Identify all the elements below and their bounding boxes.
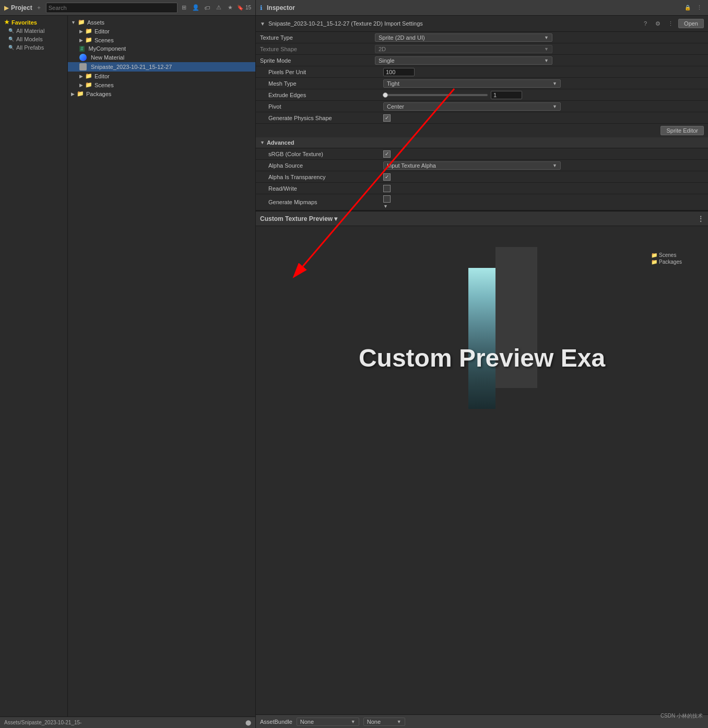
pivot-row: Pivot Center ▼	[256, 101, 708, 112]
generate-physics-label: Generate Physics Shape	[268, 115, 383, 121]
question-icon[interactable]: ?	[641, 19, 650, 28]
account-icon[interactable]: 👤	[191, 3, 200, 13]
sprite-editor-button[interactable]: Sprite Editor	[660, 126, 704, 135]
extrude-edges-row: Extrude Edges	[256, 89, 708, 101]
project-icon: ▶	[4, 4, 9, 11]
preview-area: 📁 Scenes 📁 Packages Custom Preview Exa	[256, 226, 708, 435]
status-text: Assets/Snipaste_2023-10-21_15-	[4, 720, 81, 725]
lock-icon[interactable]: 🔒	[683, 3, 692, 13]
read-write-label: Read/Write	[268, 185, 383, 192]
open-button[interactable]: Open	[678, 19, 704, 28]
texture-preview	[468, 268, 495, 409]
generate-mipmaps-checkbox[interactable]	[383, 195, 391, 203]
project-panel: ★ Favorites 🔍 All Material 🔍 All Models …	[0, 16, 256, 728]
extrude-edges-slider[interactable]	[383, 91, 704, 99]
mesh-type-label: Mesh Type	[268, 80, 383, 87]
extrude-edges-value[interactable]	[491, 91, 522, 99]
favorites-panel: ★ Favorites 🔍 All Material 🔍 All Models …	[0, 16, 68, 717]
badge-count: 15	[245, 5, 251, 10]
collapse-arrow[interactable]: ▼	[260, 21, 265, 27]
badge-icon: 🔖	[237, 5, 243, 10]
mesh-type-dropdown[interactable]: Tight ▼	[383, 79, 704, 88]
alpha-source-row: Alpha Source Input Texture Alpha ▼	[256, 160, 708, 171]
project-status-bar: Assets/Snipaste_2023-10-21_15- ⬤	[0, 717, 255, 728]
asset-bundle-label: AssetBundle	[260, 719, 292, 725]
tag-icon[interactable]: 🏷	[203, 3, 212, 13]
generate-physics-checkbox[interactable]	[383, 114, 391, 122]
tree-mycomponent[interactable]: # MyComponent	[68, 44, 255, 53]
inspector-panel: ▼ Snipaste_2023-10-21_15-12-27 (Texture …	[256, 16, 708, 728]
alpha-source-label: Alpha Source	[268, 162, 383, 169]
tree-packages[interactable]: ▶ 📁 Packages	[68, 89, 255, 98]
alert-icon[interactable]: ⚠	[214, 3, 223, 13]
fav-all-prefabs[interactable]: 🔍 All Prefabs	[0, 43, 67, 52]
project-panel-header: ▶ Project ＋ ⊞ 👤 🏷 ⚠ ★ 🔖 15	[0, 0, 256, 15]
sprite-mode-label: Sprite Mode	[260, 57, 375, 64]
alpha-transparency-checkbox[interactable]	[383, 173, 391, 181]
custom-texture-preview-header[interactable]: Custom Texture Preview ▾ ⋮	[256, 210, 708, 226]
alpha-transparency-row: Alpha Is Transparency	[256, 171, 708, 183]
pixels-per-unit-input[interactable]	[383, 68, 415, 76]
tree-editor-1[interactable]: ▶ 📁 Editor	[68, 27, 255, 36]
tree-scenes-1[interactable]: ▶ 📁 Scenes	[68, 36, 255, 44]
advanced-section-header[interactable]: ▼ Advanced	[256, 137, 708, 148]
read-write-row: Read/Write	[256, 183, 708, 194]
star-icon[interactable]: ★	[226, 3, 235, 13]
texture-type-row: Texture Type Sprite (2D and UI) ▼	[256, 32, 708, 43]
sprite-editor-container: Sprite Editor	[256, 124, 708, 137]
asset-bundle-variant-dropdown[interactable]: None ▼	[363, 718, 405, 726]
custom-texture-preview-label: Custom Texture Preview ▾	[260, 215, 338, 222]
pivot-dropdown[interactable]: Center ▼	[383, 102, 704, 111]
read-write-checkbox[interactable]	[383, 185, 391, 192]
tree-editor-2[interactable]: ▶ 📁 Editor	[68, 72, 255, 80]
fav-all-material[interactable]: 🔍 All Material	[0, 27, 67, 35]
inspector-body: Texture Type Sprite (2D and UI) ▼ Textur…	[256, 32, 708, 714]
asset-bundle-dropdown[interactable]: None ▼	[297, 718, 359, 726]
sprite-mode-dropdown[interactable]: Single ▼	[375, 56, 704, 65]
inspector-tab-label: Inspector	[265, 4, 297, 11]
texture-shape-dropdown[interactable]: 2D ▼	[375, 45, 704, 53]
inspector-title-row: ▼ Snipaste_2023-10-21_15-12-27 (Texture …	[256, 16, 708, 32]
extrude-edges-label: Extrude Edges	[268, 92, 383, 98]
fav-all-models[interactable]: 🔍 All Models	[0, 35, 67, 43]
texture-type-label: Texture Type	[260, 34, 375, 41]
custom-preview-text: Custom Preview Exa	[359, 344, 605, 372]
texture-shape-row: Texture Shape 2D ▼	[256, 43, 708, 55]
advanced-label: Advanced	[267, 139, 294, 146]
project-label: Project	[11, 4, 32, 11]
asset-title: Snipaste_2023-10-21_15-12-27 (Texture 2D…	[268, 20, 638, 27]
alpha-transparency-label: Alpha Is Transparency	[268, 174, 383, 180]
favorites-label: ★ Favorites	[0, 18, 67, 27]
texture-shape-label: Texture Shape	[260, 46, 375, 52]
srgb-checkbox[interactable]	[383, 150, 391, 158]
mini-folder-list: 📁 Scenes 📁 Packages	[651, 252, 682, 265]
generate-mipmaps-label: Generate Mipmaps	[268, 199, 383, 205]
search-input[interactable]	[46, 3, 178, 13]
pixels-per-unit-row: Pixels Per Unit	[256, 66, 708, 78]
srgb-label: sRGB (Color Texture)	[268, 151, 383, 157]
srgb-row: sRGB (Color Texture)	[256, 148, 708, 160]
info-icon: ℹ	[260, 4, 263, 11]
generate-mipmaps-row: Generate Mipmaps ▼	[256, 194, 708, 210]
grid-icon[interactable]: ⊞	[180, 3, 189, 13]
tree-snipaste[interactable]: Snipaste_2023-10-21_15-12-27	[68, 62, 255, 72]
more-icon[interactable]: ⋮	[694, 3, 704, 13]
watermark: CSDN 小林的技术	[660, 712, 703, 720]
preview-more-icon[interactable]: ⋮	[698, 215, 704, 222]
tree-new-material[interactable]: New Material	[68, 53, 255, 62]
inspector-panel-header: ℹ Inspector 🔒 ⋮	[256, 0, 708, 15]
pixels-per-unit-label: Pixels Per Unit	[268, 69, 383, 75]
assets-tree: ▼ 📁 Assets ▶ 📁 Editor ▶ 📁 Scenes # MyCom…	[68, 16, 255, 717]
generate-physics-row: Generate Physics Shape	[256, 112, 708, 124]
tree-assets-root[interactable]: ▼ 📁 Assets	[68, 18, 255, 27]
texture-type-dropdown[interactable]: Sprite (2D and UI) ▼	[375, 33, 704, 42]
sprite-mode-row: Sprite Mode Single ▼	[256, 55, 708, 66]
more-icon-title[interactable]: ⋮	[666, 19, 675, 28]
asset-bundle-bar: AssetBundle None ▼ None ▼	[256, 714, 708, 728]
alpha-source-dropdown[interactable]: Input Texture Alpha ▼	[383, 161, 704, 170]
mesh-type-row: Mesh Type Tight ▼	[256, 78, 708, 89]
slider-icon[interactable]: ⬤	[245, 720, 251, 725]
tree-scenes-2[interactable]: ▶ 📁 Scenes	[68, 80, 255, 89]
settings-icon[interactable]: ⚙	[653, 19, 663, 28]
add-icon[interactable]: ＋	[34, 3, 44, 13]
